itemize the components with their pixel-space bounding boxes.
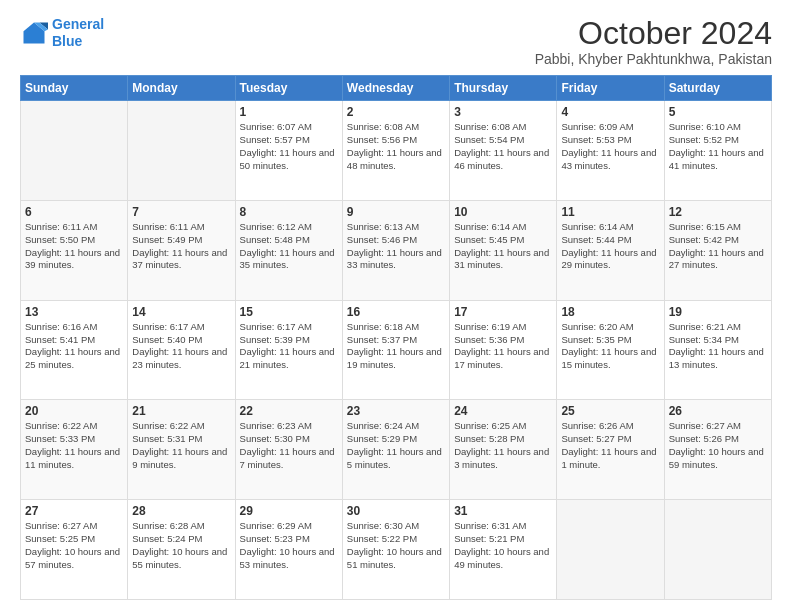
logo-icon: [20, 19, 48, 47]
cell-info: Sunrise: 6:16 AM Sunset: 5:41 PM Dayligh…: [25, 321, 123, 372]
cell-info: Sunrise: 6:11 AM Sunset: 5:50 PM Dayligh…: [25, 221, 123, 272]
cell-info: Sunrise: 6:17 AM Sunset: 5:39 PM Dayligh…: [240, 321, 338, 372]
logo-line2: Blue: [52, 33, 104, 50]
calendar-cell: 21Sunrise: 6:22 AM Sunset: 5:31 PM Dayli…: [128, 400, 235, 500]
calendar-cell: 14Sunrise: 6:17 AM Sunset: 5:40 PM Dayli…: [128, 300, 235, 400]
cell-info: Sunrise: 6:26 AM Sunset: 5:27 PM Dayligh…: [561, 420, 659, 471]
cell-info: Sunrise: 6:08 AM Sunset: 5:54 PM Dayligh…: [454, 121, 552, 172]
day-number: 30: [347, 504, 445, 518]
day-number: 19: [669, 305, 767, 319]
title-block: October 2024 Pabbi, Khyber Pakhtunkhwa, …: [535, 16, 772, 67]
day-number: 22: [240, 404, 338, 418]
cell-info: Sunrise: 6:17 AM Sunset: 5:40 PM Dayligh…: [132, 321, 230, 372]
cell-info: Sunrise: 6:10 AM Sunset: 5:52 PM Dayligh…: [669, 121, 767, 172]
day-number: 18: [561, 305, 659, 319]
cell-info: Sunrise: 6:13 AM Sunset: 5:46 PM Dayligh…: [347, 221, 445, 272]
calendar-cell: 9Sunrise: 6:13 AM Sunset: 5:46 PM Daylig…: [342, 200, 449, 300]
day-number: 27: [25, 504, 123, 518]
day-number: 21: [132, 404, 230, 418]
calendar-cell: 2Sunrise: 6:08 AM Sunset: 5:56 PM Daylig…: [342, 101, 449, 201]
calendar-cell: 26Sunrise: 6:27 AM Sunset: 5:26 PM Dayli…: [664, 400, 771, 500]
day-number: 1: [240, 105, 338, 119]
calendar-cell: [664, 500, 771, 600]
calendar-cell: 20Sunrise: 6:22 AM Sunset: 5:33 PM Dayli…: [21, 400, 128, 500]
calendar-cell: 31Sunrise: 6:31 AM Sunset: 5:21 PM Dayli…: [450, 500, 557, 600]
cell-info: Sunrise: 6:21 AM Sunset: 5:34 PM Dayligh…: [669, 321, 767, 372]
day-number: 29: [240, 504, 338, 518]
day-number: 26: [669, 404, 767, 418]
day-number: 3: [454, 105, 552, 119]
calendar-cell: 22Sunrise: 6:23 AM Sunset: 5:30 PM Dayli…: [235, 400, 342, 500]
day-number: 5: [669, 105, 767, 119]
day-number: 13: [25, 305, 123, 319]
calendar-header-row: SundayMondayTuesdayWednesdayThursdayFrid…: [21, 76, 772, 101]
calendar-cell: 19Sunrise: 6:21 AM Sunset: 5:34 PM Dayli…: [664, 300, 771, 400]
page: General Blue October 2024 Pabbi, Khyber …: [0, 0, 792, 612]
day-number: 8: [240, 205, 338, 219]
day-number: 10: [454, 205, 552, 219]
calendar-cell: 10Sunrise: 6:14 AM Sunset: 5:45 PM Dayli…: [450, 200, 557, 300]
day-number: 23: [347, 404, 445, 418]
header: General Blue October 2024 Pabbi, Khyber …: [20, 16, 772, 67]
cell-info: Sunrise: 6:12 AM Sunset: 5:48 PM Dayligh…: [240, 221, 338, 272]
calendar-cell: 30Sunrise: 6:30 AM Sunset: 5:22 PM Dayli…: [342, 500, 449, 600]
day-number: 20: [25, 404, 123, 418]
calendar-cell: 13Sunrise: 6:16 AM Sunset: 5:41 PM Dayli…: [21, 300, 128, 400]
cell-info: Sunrise: 6:24 AM Sunset: 5:29 PM Dayligh…: [347, 420, 445, 471]
col-header-tuesday: Tuesday: [235, 76, 342, 101]
calendar-cell: 15Sunrise: 6:17 AM Sunset: 5:39 PM Dayli…: [235, 300, 342, 400]
cell-info: Sunrise: 6:31 AM Sunset: 5:21 PM Dayligh…: [454, 520, 552, 571]
calendar-week-1: 1Sunrise: 6:07 AM Sunset: 5:57 PM Daylig…: [21, 101, 772, 201]
cell-info: Sunrise: 6:29 AM Sunset: 5:23 PM Dayligh…: [240, 520, 338, 571]
main-title: October 2024: [535, 16, 772, 51]
logo: General Blue: [20, 16, 104, 50]
cell-info: Sunrise: 6:09 AM Sunset: 5:53 PM Dayligh…: [561, 121, 659, 172]
day-number: 6: [25, 205, 123, 219]
day-number: 31: [454, 504, 552, 518]
cell-info: Sunrise: 6:08 AM Sunset: 5:56 PM Dayligh…: [347, 121, 445, 172]
cell-info: Sunrise: 6:22 AM Sunset: 5:31 PM Dayligh…: [132, 420, 230, 471]
calendar-cell: 3Sunrise: 6:08 AM Sunset: 5:54 PM Daylig…: [450, 101, 557, 201]
calendar-cell: 17Sunrise: 6:19 AM Sunset: 5:36 PM Dayli…: [450, 300, 557, 400]
calendar-cell: 16Sunrise: 6:18 AM Sunset: 5:37 PM Dayli…: [342, 300, 449, 400]
calendar-cell: 6Sunrise: 6:11 AM Sunset: 5:50 PM Daylig…: [21, 200, 128, 300]
cell-info: Sunrise: 6:07 AM Sunset: 5:57 PM Dayligh…: [240, 121, 338, 172]
cell-info: Sunrise: 6:19 AM Sunset: 5:36 PM Dayligh…: [454, 321, 552, 372]
day-number: 11: [561, 205, 659, 219]
day-number: 12: [669, 205, 767, 219]
calendar-cell: 8Sunrise: 6:12 AM Sunset: 5:48 PM Daylig…: [235, 200, 342, 300]
cell-info: Sunrise: 6:27 AM Sunset: 5:25 PM Dayligh…: [25, 520, 123, 571]
cell-info: Sunrise: 6:28 AM Sunset: 5:24 PM Dayligh…: [132, 520, 230, 571]
col-header-monday: Monday: [128, 76, 235, 101]
calendar-cell: 5Sunrise: 6:10 AM Sunset: 5:52 PM Daylig…: [664, 101, 771, 201]
cell-info: Sunrise: 6:27 AM Sunset: 5:26 PM Dayligh…: [669, 420, 767, 471]
logo-line1: General: [52, 16, 104, 33]
day-number: 2: [347, 105, 445, 119]
cell-info: Sunrise: 6:20 AM Sunset: 5:35 PM Dayligh…: [561, 321, 659, 372]
day-number: 17: [454, 305, 552, 319]
cell-info: Sunrise: 6:23 AM Sunset: 5:30 PM Dayligh…: [240, 420, 338, 471]
cell-info: Sunrise: 6:22 AM Sunset: 5:33 PM Dayligh…: [25, 420, 123, 471]
calendar-cell: 25Sunrise: 6:26 AM Sunset: 5:27 PM Dayli…: [557, 400, 664, 500]
col-header-thursday: Thursday: [450, 76, 557, 101]
day-number: 28: [132, 504, 230, 518]
col-header-friday: Friday: [557, 76, 664, 101]
col-header-wednesday: Wednesday: [342, 76, 449, 101]
calendar-cell: 24Sunrise: 6:25 AM Sunset: 5:28 PM Dayli…: [450, 400, 557, 500]
calendar-week-2: 6Sunrise: 6:11 AM Sunset: 5:50 PM Daylig…: [21, 200, 772, 300]
calendar-week-3: 13Sunrise: 6:16 AM Sunset: 5:41 PM Dayli…: [21, 300, 772, 400]
calendar-cell: 29Sunrise: 6:29 AM Sunset: 5:23 PM Dayli…: [235, 500, 342, 600]
cell-info: Sunrise: 6:11 AM Sunset: 5:49 PM Dayligh…: [132, 221, 230, 272]
cell-info: Sunrise: 6:14 AM Sunset: 5:44 PM Dayligh…: [561, 221, 659, 272]
cell-info: Sunrise: 6:30 AM Sunset: 5:22 PM Dayligh…: [347, 520, 445, 571]
calendar-week-4: 20Sunrise: 6:22 AM Sunset: 5:33 PM Dayli…: [21, 400, 772, 500]
day-number: 24: [454, 404, 552, 418]
cell-info: Sunrise: 6:14 AM Sunset: 5:45 PM Dayligh…: [454, 221, 552, 272]
day-number: 15: [240, 305, 338, 319]
calendar-cell: [557, 500, 664, 600]
calendar-cell: 18Sunrise: 6:20 AM Sunset: 5:35 PM Dayli…: [557, 300, 664, 400]
day-number: 25: [561, 404, 659, 418]
day-number: 9: [347, 205, 445, 219]
cell-info: Sunrise: 6:18 AM Sunset: 5:37 PM Dayligh…: [347, 321, 445, 372]
calendar-cell: 27Sunrise: 6:27 AM Sunset: 5:25 PM Dayli…: [21, 500, 128, 600]
